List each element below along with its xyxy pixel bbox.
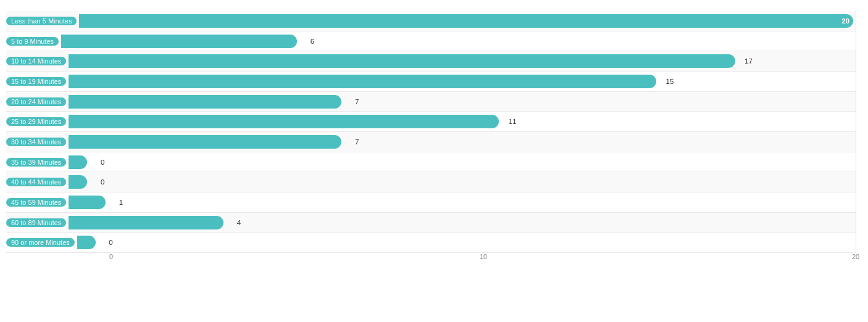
bar-track: 0 — [77, 236, 856, 249]
bar-track: 15 — [69, 75, 856, 88]
bar-label-tag: 5 to 9 Minutes — [6, 37, 59, 46]
bar-fill: 15 — [69, 75, 656, 88]
bar-track: 20 — [79, 14, 856, 28]
bar-value-label: 11 — [509, 118, 517, 125]
bar-fill: 0 — [69, 175, 87, 189]
bar-track: 17 — [69, 54, 856, 68]
bar-value-label: 20 — [841, 17, 849, 25]
bar-value-label: 4 — [237, 219, 241, 226]
bar-value-label: 6 — [311, 38, 314, 45]
bar-fill: 17 — [69, 54, 735, 68]
bar-track: 0 — [69, 155, 856, 169]
bar-label-tag: 15 to 19 Minutes — [6, 77, 66, 86]
bar-track: 0 — [69, 175, 856, 189]
bar-value-label: 15 — [666, 78, 674, 85]
bar-track: 7 — [69, 135, 856, 149]
bar-track: 11 — [69, 115, 856, 128]
bar-row: 35 to 39 Minutes0 — [6, 152, 856, 173]
bar-row: 40 to 44 Minutes0 — [6, 172, 856, 192]
x-axis-tick: 20 — [852, 253, 859, 260]
bar-track: 1 — [69, 196, 856, 209]
bar-track: 7 — [69, 95, 856, 109]
bar-fill: 1 — [69, 196, 106, 209]
bar-row: 30 to 34 Minutes7 — [6, 132, 856, 152]
bar-label-tag: 45 to 59 Minutes — [6, 198, 66, 207]
chart-area: Less than 5 Minutes205 to 9 Minutes610 t… — [6, 11, 856, 271]
x-axis-tick: 10 — [480, 253, 487, 260]
grid-line — [856, 11, 856, 253]
bar-fill: 0 — [77, 236, 96, 249]
bar-fill: 7 — [69, 135, 341, 149]
bar-label-tag: Less than 5 Minutes — [6, 17, 77, 25]
bar-label-tag: 40 to 44 Minutes — [6, 178, 66, 186]
bar-fill: 20 — [79, 14, 853, 28]
x-axis-tick: 0 — [109, 253, 113, 260]
bar-value-label: 0 — [101, 159, 104, 166]
bar-fill: 0 — [69, 155, 87, 169]
bar-label-tag: 60 to 89 Minutes — [6, 218, 66, 227]
bar-row: Less than 5 Minutes20 — [6, 11, 856, 31]
bar-track: 4 — [69, 216, 856, 229]
bar-label-tag: 20 to 24 Minutes — [6, 97, 66, 106]
bar-row: 20 to 24 Minutes7 — [6, 92, 856, 112]
bar-fill: 7 — [69, 95, 341, 109]
bars-section: Less than 5 Minutes205 to 9 Minutes610 t… — [6, 11, 856, 253]
bar-label-tag: 10 to 14 Minutes — [6, 57, 66, 65]
bar-label-tag: 25 to 29 Minutes — [6, 117, 66, 126]
bar-row: 25 to 29 Minutes11 — [6, 112, 856, 132]
chart-container: Less than 5 Minutes205 to 9 Minutes610 t… — [0, 0, 868, 322]
bar-value-label: 7 — [355, 98, 359, 105]
bar-label-tag: 35 to 39 Minutes — [6, 158, 66, 167]
bar-row: 15 to 19 Minutes15 — [6, 72, 856, 92]
bar-row: 60 to 89 Minutes4 — [6, 213, 856, 233]
bar-label-tag: 30 to 34 Minutes — [6, 138, 66, 146]
bar-row: 10 to 14 Minutes17 — [6, 51, 856, 72]
bar-row: 5 to 9 Minutes6 — [6, 31, 856, 52]
x-axis: 01020 — [111, 253, 856, 271]
bar-value-label: 0 — [109, 239, 112, 246]
bar-label-tag: 90 or more Minutes — [6, 238, 75, 247]
bar-fill: 4 — [69, 216, 223, 229]
bar-fill: 11 — [69, 115, 499, 128]
bar-row: 45 to 59 Minutes1 — [6, 192, 856, 213]
bar-track: 6 — [61, 35, 856, 48]
bar-value-label: 17 — [745, 57, 753, 65]
bar-value-label: 7 — [355, 138, 359, 146]
bar-fill: 6 — [61, 35, 297, 48]
bar-value-label: 1 — [119, 199, 123, 206]
bar-row: 90 or more Minutes0 — [6, 233, 856, 253]
bar-value-label: 0 — [101, 178, 104, 186]
